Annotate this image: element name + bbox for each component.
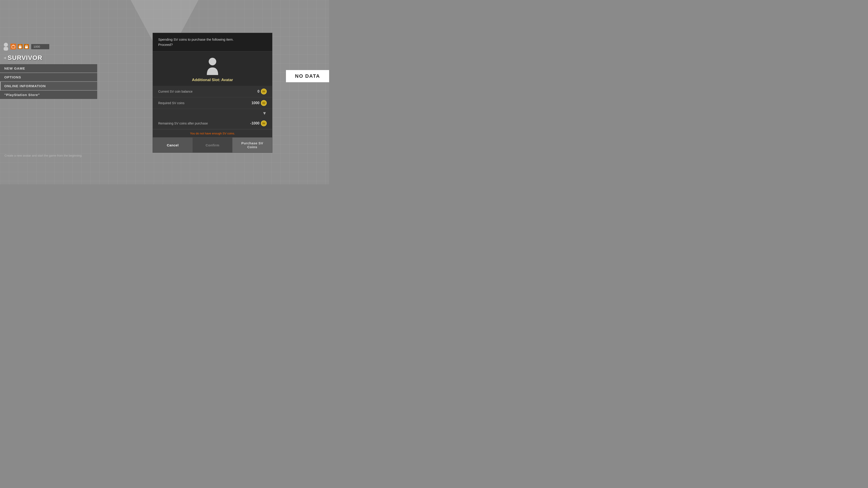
menu-item-options[interactable]: OPTIONS [0,73,97,81]
purchase-modal: Spending SV coins to purchase the follow… [153,33,272,153]
lock-icon-2 [24,44,29,49]
modal-header: Spending SV coins to purchase the follow… [153,33,272,52]
coin-display: 1000 [31,44,49,49]
remaining-label: Remaining SV coins after purchase [158,122,208,125]
purchase-sv-coins-button[interactable]: Purchase SV Coins [232,138,272,153]
current-balance-label: Current SV coin balance [158,90,193,93]
arrow-left-icon: ◄ [3,56,7,60]
sv-coin-icon-3: SV [261,121,267,126]
avatar-icon [205,57,220,75]
modal-item-label: Additional Slot: Avatar [192,78,233,82]
required-label: Required SV coins [158,101,184,105]
svg-rect-1 [4,47,8,51]
current-balance-row: Current SV coin balance 0 SV [153,86,272,97]
svg-point-5 [209,58,216,65]
survivor-header: 1000 [0,41,97,53]
svg-rect-3 [19,46,22,48]
coin-amount: 1000 [33,45,40,48]
left-panel: 1000 ◄ SURVIVOR NEW GAME OPTIONS ONLINE … [0,41,97,99]
lock-icon-1 [18,44,23,49]
modal-info: Current SV coin balance 0 SV Required SV… [153,86,272,137]
arrow-down-icon: ▼ [262,111,267,116]
no-data-panel: NO DATA [286,70,329,82]
header-icons [3,42,29,51]
remaining-row: Remaining SV coins after purchase -1000 … [153,118,272,129]
confirm-button[interactable]: Confirm [193,138,232,153]
menu-list: NEW GAME OPTIONS ONLINE INFORMATION "Pla… [0,64,97,99]
remaining-value: -1000 SV [250,121,267,126]
menu-item-online-information[interactable]: ONLINE INFORMATION [0,82,97,90]
person-icon [3,42,9,51]
current-balance-value: 0 SV [257,89,267,94]
bag-icon [10,43,16,50]
modal-buttons: Cancel Confirm Purchase SV Coins [153,137,272,153]
modal-avatar-area: Additional Slot: Avatar [153,52,272,86]
svg-rect-4 [25,46,28,48]
error-message: You do not have enough SV coins. [153,129,272,137]
survivor-title-row: ◄ SURVIVOR [0,53,97,64]
required-row: Required SV coins 1000 SV [153,97,272,109]
svg-point-0 [4,43,8,47]
sv-coin-icon-1: SV [261,89,267,94]
survivor-title: SURVIVOR [8,54,42,61]
modal-header-text: Spending SV coins to purchase the follow… [158,37,267,47]
required-value: 1000 SV [251,100,267,106]
menu-item-playstation-store[interactable]: "PlayStation Store" [0,91,97,99]
arrow-down-row: ▼ [153,109,272,118]
cancel-button[interactable]: Cancel [153,138,193,153]
menu-item-new-game[interactable]: NEW GAME [0,64,97,72]
description-text: Create a new avatar and start the game f… [4,154,82,157]
svg-rect-2 [12,46,15,48]
sv-coin-icon-2: SV [261,100,267,106]
